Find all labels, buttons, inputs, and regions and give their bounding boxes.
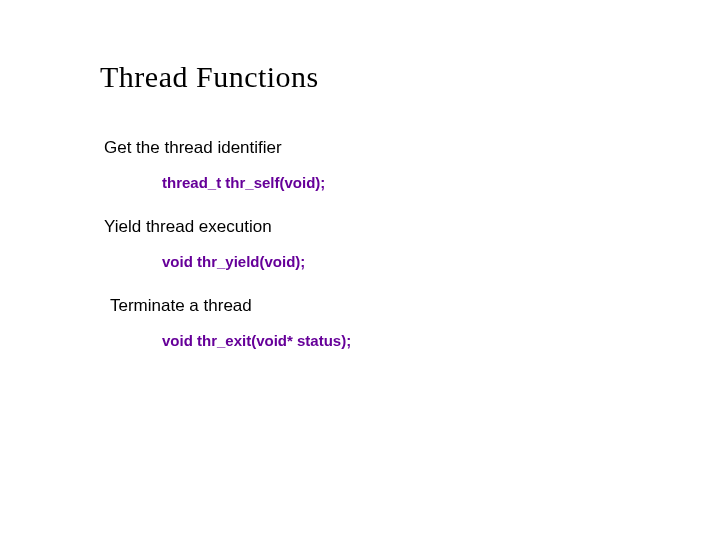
slide: Thread Functions Get the thread identifi… xyxy=(0,0,720,540)
slide-title: Thread Functions xyxy=(100,60,720,94)
section-code: thread_t thr_self(void); xyxy=(162,174,720,191)
section-desc: Yield thread execution xyxy=(104,217,720,237)
section-code: void thr_exit(void* status); xyxy=(162,332,720,349)
section-desc: Terminate a thread xyxy=(110,296,720,316)
section-desc: Get the thread identifier xyxy=(104,138,720,158)
section-code: void thr_yield(void); xyxy=(162,253,720,270)
